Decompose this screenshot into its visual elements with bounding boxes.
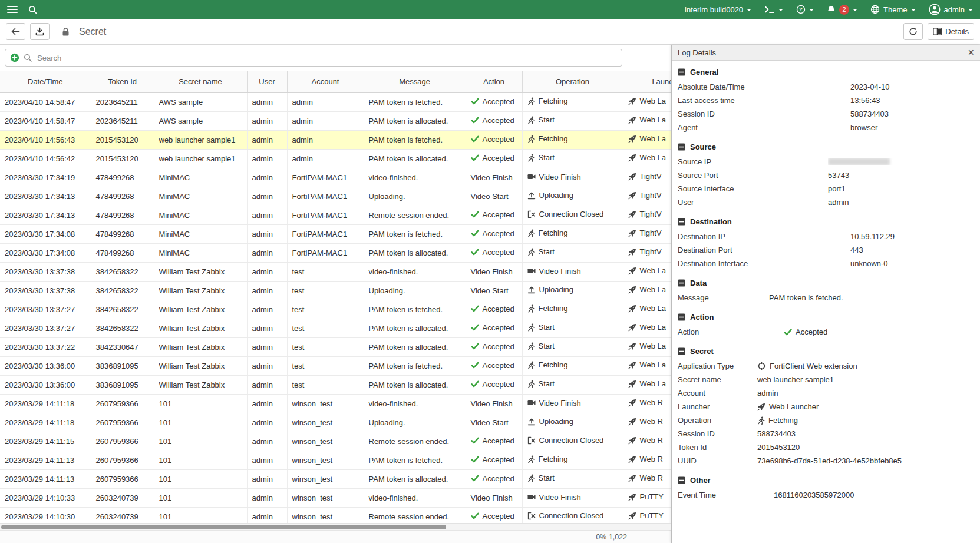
cell-launcher: TightV [623, 187, 671, 206]
action-label: Video Finish [471, 399, 513, 408]
launcher-label: Web La [640, 342, 666, 350]
operation-label: Fetching [539, 134, 568, 143]
table-row[interactable]: 2023/04/10 14:56:432015453120web launche… [0, 130, 671, 149]
section-toggle-secret[interactable]: Secret [678, 347, 972, 356]
table-row[interactable]: 2023/03/30 13:37:273842658322William Tes… [0, 319, 671, 337]
section-toggle-other[interactable]: Other [678, 476, 972, 485]
action-label: Video Finish [471, 267, 513, 276]
scrollbar-thumb[interactable] [1, 525, 446, 529]
operation-label: Video Finish [539, 267, 581, 276]
action-label: Accepted [483, 342, 514, 351]
cli-console-dropdown[interactable] [764, 5, 783, 14]
runner-icon [527, 154, 535, 162]
details-section-general: GeneralAbsolute Date/Time2023-04-10Last … [678, 68, 972, 134]
column-header-action[interactable]: Action [466, 71, 522, 92]
cell-account: FortiPAM-MAC1 [287, 206, 364, 224]
cell-secret-name: William Test Zabbix [154, 262, 247, 281]
cell-datetime: 2023/03/30 13:37:27 [0, 319, 91, 337]
column-header-token-id[interactable]: Token Id [91, 71, 154, 92]
table-row[interactable]: 2023/03/30 17:34:08478499268MiniMACadmin… [0, 224, 671, 243]
cell-operation: Start [522, 319, 623, 337]
cell-secret-name: web launcher sample1 [154, 149, 247, 168]
table-row[interactable]: 2023/03/29 14:11:182607959366101adminwin… [0, 394, 671, 413]
refresh-button[interactable] [903, 23, 923, 40]
table-row[interactable]: 2023/03/29 14:10:332603240739101adminwin… [0, 488, 671, 507]
back-button[interactable] [6, 23, 25, 40]
table-row[interactable]: 2023/03/30 13:36:003836891095William Tes… [0, 356, 671, 375]
detail-label: Token Id [678, 441, 757, 454]
cell-action: Accepted [466, 469, 522, 488]
theme-dropdown[interactable]: Theme [870, 5, 915, 14]
detail-label: Last access time [678, 94, 850, 107]
cell-launcher: Web La [623, 300, 671, 319]
cell-launcher: TightV [623, 224, 671, 243]
cell-launcher: Web R [623, 451, 671, 469]
cell-account: winson_test [287, 469, 364, 488]
search-icon [24, 54, 32, 62]
table-row[interactable]: 2023/03/30 17:34:13478499268MiniMACadmin… [0, 187, 671, 206]
column-header-secret-name[interactable]: Secret name [154, 71, 247, 92]
launcher-label: TightV [640, 247, 662, 256]
navbar-search-button[interactable] [28, 5, 37, 14]
table-row[interactable]: 2023/03/29 14:10:302603240739101adminwin… [0, 507, 671, 523]
section-toggle-source[interactable]: Source [678, 143, 972, 151]
table-row[interactable]: 2023/03/30 17:34:13478499268MiniMACadmin… [0, 206, 671, 224]
log-details-panel: Log Details × GeneralAbsolute Date/Time2… [671, 45, 980, 543]
section-toggle-data[interactable]: Data [678, 279, 972, 287]
table-row[interactable]: 2023/03/29 14:11:182607959366101adminwin… [0, 413, 671, 432]
launcher-label: Web La [640, 285, 666, 294]
table-row[interactable]: 2023/03/30 13:37:383842658322William Tes… [0, 281, 671, 300]
table-row[interactable]: 2023/03/29 14:11:132607959366101adminwin… [0, 451, 671, 469]
section-toggle-action[interactable]: Action [678, 313, 972, 322]
launcher-label: TightV [640, 210, 662, 218]
notifications-dropdown[interactable]: 2 [827, 5, 857, 15]
cell-launcher: TightV [623, 206, 671, 224]
action-label: Accepted [483, 135, 514, 144]
horizontal-scrollbar[interactable] [0, 523, 671, 530]
menu-button[interactable] [7, 5, 18, 14]
help-dropdown[interactable]: ? [796, 5, 814, 14]
user-dropdown[interactable]: admin [929, 4, 973, 15]
panel-title: Log Details [678, 48, 716, 57]
section-toggle-general[interactable]: General [678, 68, 972, 77]
column-header-account[interactable]: Account [287, 71, 364, 92]
table-row[interactable]: 2023/04/10 14:58:472023645211AWS samplea… [0, 92, 671, 111]
table-row[interactable]: 2023/03/30 13:36:003836891095William Tes… [0, 375, 671, 394]
table-row[interactable]: 2023/03/30 13:37:273842658322William Tes… [0, 300, 671, 319]
build-dropdown[interactable]: interim build0020 [685, 5, 751, 14]
cell-secret-name: MiniMAC [154, 224, 247, 243]
close-icon[interactable]: × [968, 47, 974, 58]
detail-label: Source Interface [678, 182, 828, 196]
table-row[interactable]: 2023/03/30 13:37:383842658322William Tes… [0, 262, 671, 281]
cell-action: Video Start [466, 187, 522, 206]
cell-message: Remote session ended. [364, 206, 466, 224]
table-row[interactable]: 2023/03/30 13:37:223842330647William Tes… [0, 337, 671, 356]
table-row[interactable]: 2023/04/10 14:58:472023645211AWS samplea… [0, 111, 671, 130]
detail-label: Source IP [678, 155, 828, 168]
column-header-date-time[interactable]: Date/Time [0, 71, 91, 92]
column-header-user[interactable]: User [247, 71, 287, 92]
column-header-operation[interactable]: Operation [522, 71, 623, 92]
detail-label: Application Type [678, 359, 757, 373]
search-input[interactable] [36, 53, 617, 63]
cell-user: admin [247, 224, 287, 243]
cell-token-id: 2607959366 [91, 432, 154, 451]
section-title: General [690, 68, 718, 77]
section-toggle-destination[interactable]: Destination [678, 217, 972, 226]
table-row[interactable]: 2023/04/10 14:56:422015453120web launche… [0, 149, 671, 168]
cell-operation: Video Finish [522, 394, 623, 413]
cell-action: Accepted [466, 356, 522, 375]
cell-action: Video Start [466, 413, 522, 432]
detail-label: Destination Port [678, 243, 850, 257]
upload-icon [527, 286, 536, 294]
column-header-launcher[interactable]: Launcher [623, 71, 671, 92]
launcher-label: PuTTY [640, 511, 664, 520]
table-row[interactable]: 2023/03/30 17:34:19478499268MiniMACadmin… [0, 168, 671, 187]
download-button[interactable] [30, 23, 50, 40]
table-row[interactable]: 2023/03/29 14:11:152607959366101adminwin… [0, 432, 671, 451]
add-filter-icon[interactable] [10, 53, 19, 62]
table-row[interactable]: 2023/03/29 14:11:132607959366101adminwin… [0, 469, 671, 488]
details-toggle-button[interactable]: Details [928, 23, 974, 40]
table-row[interactable]: 2023/03/30 17:34:08478499268MiniMACadmin… [0, 243, 671, 262]
column-header-message[interactable]: Message [364, 71, 466, 92]
